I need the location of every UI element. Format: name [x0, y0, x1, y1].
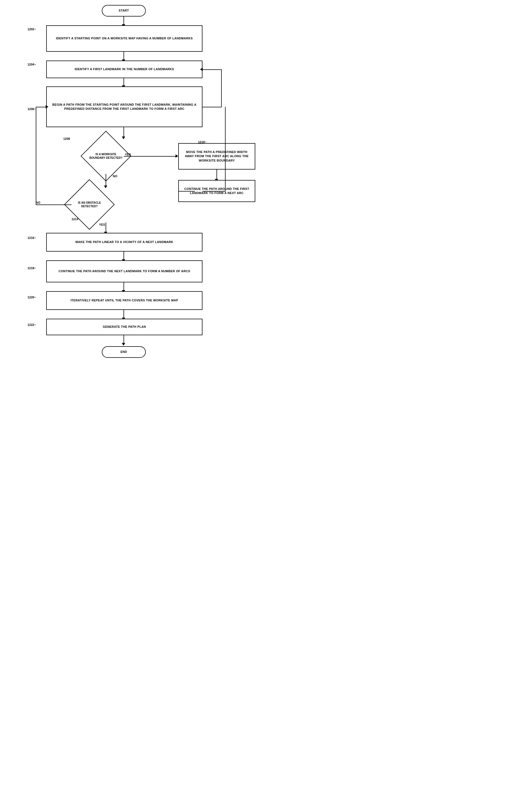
- end-node: END: [102, 346, 146, 358]
- node-1210-label: MOVE THE PATH A PREDEFINED WIDTH AWAY FR…: [182, 150, 251, 163]
- node-1216-label: MAKE THE PATH LINEAR TO A VICINITY OF A …: [76, 240, 173, 244]
- label-1216: 1216~: [28, 236, 36, 240]
- node-1218: CONTINUE THE PATH AROUND THE NEXT LANDMA…: [46, 260, 202, 282]
- node-1222-label: GENERATE THE PATH PLAN: [103, 325, 146, 329]
- label-1214: 1214: [71, 217, 78, 221]
- node-1220: ITERATIVELY REPEAT UNTIL THE PATH COVERS…: [46, 291, 202, 310]
- flowchart-diagram: START 1202~ IDENTIFY A STARTING POINT ON…: [0, 0, 266, 405]
- label-1202: 1202~: [28, 28, 36, 31]
- label-1204: 1204~: [28, 63, 36, 66]
- node-1210: MOVE THE PATH A PREDEFINED WIDTH AWAY FR…: [178, 143, 255, 169]
- node-1204: IDENTIFY A FIRST LANDMARK IN THE NUMBER …: [46, 61, 202, 78]
- label-1220: 1220~: [28, 296, 36, 299]
- node-1202-label: IDENTIFY A STARTING POINT ON A WORKSITE …: [56, 36, 193, 40]
- diamond-1208-text: IS A WORKSITE BOUNDARY DETECTED?: [88, 138, 124, 174]
- diamond-1214-text: IS AN OBSTACLE DETECTED?: [71, 187, 107, 222]
- node-1216: MAKE THE PATH LINEAR TO A VICINITY OF A …: [46, 233, 202, 252]
- node-1222: GENERATE THE PATH PLAN: [46, 319, 202, 335]
- node-1214-label: IS AN OBSTACLE DETECTED?: [71, 201, 107, 208]
- end-label: END: [120, 350, 127, 354]
- node-1206: BEGIN A PATH FROM THE STARTING POINT ARO…: [46, 86, 202, 127]
- no2-label: NO: [36, 201, 40, 204]
- node-1218-label: CONTINUE THE PATH AROUND THE NEXT LANDMA…: [59, 269, 190, 273]
- node-1204-label: IDENTIFY A FIRST LANDMARK IN THE NUMBER …: [74, 67, 174, 71]
- yes-label-1214: YES: [99, 223, 105, 226]
- label-1218: 1218~: [28, 266, 36, 270]
- label-1208: 1208: [63, 137, 70, 140]
- start-node: START: [102, 5, 146, 17]
- node-1220-label: ITERATIVELY REPEAT UNTIL THE PATH COVERS…: [70, 298, 178, 303]
- yes-label-1208: YES: [125, 153, 131, 156]
- node-1208-label: IS A WORKSITE BOUNDARY DETECTED?: [88, 152, 124, 160]
- label-1206: 1206~: [28, 107, 36, 111]
- no1-label: NO: [113, 175, 117, 178]
- label-1222: 1222~: [28, 323, 36, 326]
- node-1202: IDENTIFY A STARTING POINT ON A WORKSITE …: [46, 25, 202, 52]
- start-label: START: [119, 9, 129, 13]
- node-1206-label: BEGIN A PATH FROM THE STARTING POINT ARO…: [50, 103, 199, 111]
